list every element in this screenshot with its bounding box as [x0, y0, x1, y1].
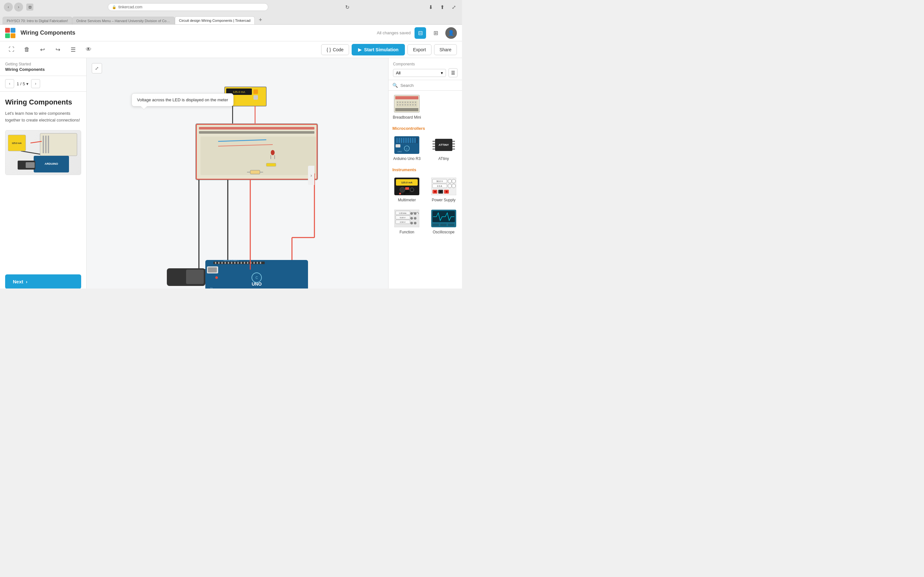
svg-rect-23 [200, 137, 316, 175]
svg-point-83 [410, 102, 411, 103]
next-arrow-icon: › [26, 279, 27, 284]
canvas-area[interactable]: ⤢ Voltage across the LED is displayed on… [87, 58, 388, 288]
svg-point-140 [434, 191, 436, 193]
svg-point-153 [414, 217, 417, 219]
svg-rect-118 [452, 148, 455, 150]
url-bar[interactable]: 🔒 tinkercad.com [108, 3, 268, 11]
components-header: Components All ▾ ☰ [389, 58, 462, 80]
code-button[interactable]: { } Code [321, 44, 349, 55]
power-supply-item[interactable]: 30.0 V 2.0 A [425, 173, 462, 205]
start-simulation-button[interactable]: ▶ Start Simulation [352, 44, 405, 55]
svg-rect-102 [410, 138, 411, 143]
list-view-button[interactable]: ☰ [449, 68, 457, 77]
svg-rect-112 [433, 143, 435, 145]
power-supply-label: Power Supply [432, 198, 456, 202]
microcontrollers-grid: C UNO Arduino Uno R3 ATTINY [389, 132, 462, 164]
reload-button[interactable]: ↻ [342, 3, 352, 11]
svg-point-45 [215, 276, 218, 279]
fit-view-button[interactable]: ⤢ [92, 63, 102, 73]
arduino-uno-item[interactable]: C UNO Arduino Uno R3 [389, 132, 425, 164]
visibility-button[interactable]: 👁 [82, 43, 95, 56]
function-generator-label: Function [399, 230, 414, 234]
play-icon: ▶ [358, 47, 362, 52]
collapse-panel-button[interactable]: › [308, 166, 314, 185]
svg-rect-16 [254, 95, 258, 100]
instruments-grid: 125.0 mA Multimeter [389, 173, 462, 237]
svg-text:ATTINY: ATTINY [439, 143, 449, 147]
schematic-view-button[interactable]: ⊞ [430, 27, 441, 39]
tab-harvard[interactable]: Online Services Menu – Harvard Universit… [72, 17, 175, 25]
svg-rect-2 [45, 135, 47, 153]
components-label: Components [393, 62, 457, 66]
share-button[interactable]: Share [434, 44, 457, 55]
redo-button[interactable]: ↪ [51, 43, 64, 56]
lesson-image: ARDUINO 125.0 mA [5, 130, 81, 175]
breadboard-mini-label: Breadboard Mini [393, 115, 421, 119]
search-icon: 🔍 [393, 83, 398, 88]
arduino-uno-img: C UNO [394, 135, 420, 155]
search-input[interactable] [401, 83, 458, 88]
svg-rect-64 [186, 269, 204, 284]
oscilloscope-item[interactable]: Oscilloscope [425, 205, 462, 237]
saved-status: All changes saved [376, 31, 411, 35]
new-tab-button[interactable]: + [256, 15, 265, 24]
svg-rect-111 [433, 141, 435, 142]
chevron-down-icon: ▾ [441, 71, 443, 75]
svg-rect-51 [228, 262, 229, 264]
main-content: Getting Started Wiring Components ‹ 1 / … [0, 58, 462, 288]
svg-rect-114 [433, 148, 435, 150]
microcontrollers-section: Microcontrollers [389, 123, 462, 164]
share-icon[interactable]: ⬆ [438, 3, 447, 11]
svg-rect-108 [396, 144, 401, 147]
instruments-section: Instruments 125.0 mA [389, 164, 462, 237]
tab-tinkercad[interactable]: Circuit design Wiring Components | Tinke… [175, 16, 255, 24]
attiny-item[interactable]: ATTINY [425, 132, 462, 164]
undo-button[interactable]: ↩ [36, 43, 49, 56]
back-button[interactable]: ‹ [4, 3, 13, 11]
svg-rect-75 [395, 96, 418, 99]
tab-physci[interactable]: PHYSCI 70: Intro to Digital Fabrication! [3, 17, 72, 25]
breadboard-mini-item[interactable]: Breadboard Mini [389, 91, 425, 123]
search-box: 🔍 [389, 80, 462, 91]
svg-point-82 [407, 102, 409, 103]
svg-rect-96 [396, 138, 398, 143]
svg-rect-116 [452, 143, 455, 145]
svg-rect-159 [440, 224, 447, 226]
minimize-button[interactable]: ⊡ [26, 3, 33, 11]
svg-point-90 [407, 104, 409, 105]
svg-rect-160 [448, 224, 454, 226]
components-filter-select[interactable]: All ▾ [393, 69, 446, 77]
notes-button[interactable]: ☰ [67, 43, 79, 56]
microcontrollers-title: Microcontrollers [389, 123, 462, 132]
wiring-components-label: Wiring Components [5, 67, 81, 72]
lesson-description: Let's learn how to wire components toget… [5, 110, 81, 124]
svg-point-89 [405, 104, 406, 105]
svg-point-84 [412, 102, 414, 103]
next-button[interactable]: Next › [5, 274, 81, 288]
svg-rect-53 [234, 262, 236, 264]
export-button[interactable]: Export [407, 44, 431, 55]
svg-rect-61 [260, 262, 261, 264]
svg-text:ARDUINO: ARDUINO [45, 162, 58, 165]
next-page-button[interactable]: › [31, 79, 40, 88]
page-indicator[interactable]: 1 / 5 ▾ [17, 81, 29, 86]
svg-rect-1 [43, 135, 44, 153]
delete-button[interactable]: 🗑 [21, 43, 33, 56]
prev-page-button[interactable]: ‹ [5, 79, 14, 88]
fullscreen-icon[interactable]: ⤢ [449, 3, 458, 11]
function-generator-item[interactable]: 1.00 kHz 5.00 V 2.50 V [389, 205, 425, 237]
circuit-view-button[interactable]: ⊟ [415, 27, 426, 39]
multimeter-item[interactable]: 125.0 mA Multimeter [389, 173, 425, 205]
tinkercad-logo [5, 28, 15, 38]
lesson-header: Getting Started Wiring Components [0, 58, 86, 76]
svg-rect-76 [395, 108, 418, 111]
forward-button[interactable]: › [14, 3, 23, 11]
svg-point-134 [452, 179, 456, 183]
download-icon[interactable]: ⬇ [426, 3, 435, 11]
avatar[interactable]: 👤 [445, 27, 457, 39]
canvas-controls: ⤢ [92, 63, 102, 73]
svg-rect-104 [414, 138, 416, 143]
browser-tabs: PHYSCI 70: Intro to Digital Fabrication!… [0, 14, 462, 24]
svg-rect-27 [250, 170, 260, 174]
select-tool-button[interactable]: ⛶ [5, 43, 18, 56]
